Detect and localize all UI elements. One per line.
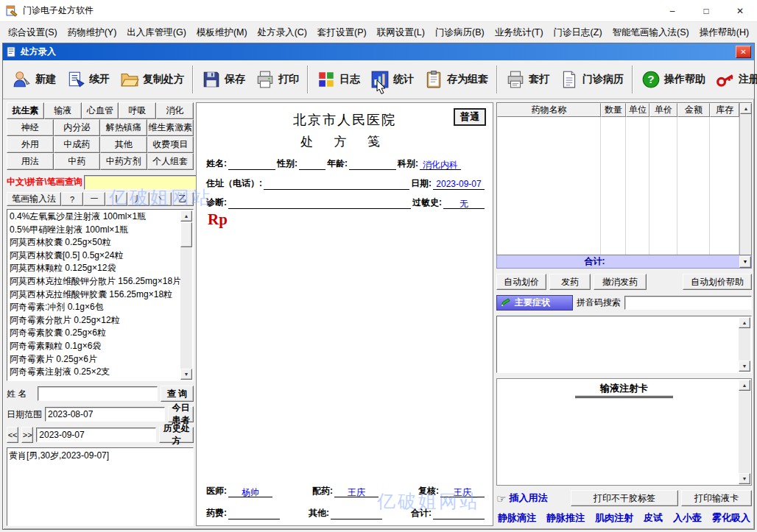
cat-nerve[interactable]: 神经	[7, 119, 54, 136]
stroke-key-button[interactable]: 乙	[172, 192, 194, 206]
scroll-up-icon[interactable]	[180, 210, 192, 221]
print-infusion-card-button[interactable]: 打印输液卡	[681, 490, 752, 506]
log-button[interactable]: 日志	[311, 66, 365, 93]
save-set-button[interactable]: 存为组套	[419, 66, 493, 93]
new-button[interactable]: 新建	[7, 66, 61, 93]
drug-list-item[interactable]: 阿莫西林克拉维酸钾胶囊 156.25mg×18粒	[8, 288, 180, 302]
save-button[interactable]: 保存	[197, 66, 250, 93]
auto-price-button[interactable]: 自动划价	[496, 274, 546, 290]
menu-item[interactable]: 业务统计(T)	[490, 24, 549, 42]
drug-list-item[interactable]: 0.4%左氧氟沙星注射液 100ml×1瓶	[8, 210, 180, 224]
menu-item[interactable]: 出入库管理(G)	[122, 24, 191, 42]
cat-personal-set[interactable]: 个人组套	[147, 153, 194, 170]
scroll-down-icon[interactable]	[739, 361, 750, 372]
usage-link[interactable]: 静脉滴注	[498, 511, 536, 525]
stroke-key-button[interactable]: 丶	[149, 192, 172, 206]
drug-list-item[interactable]: 阿奇霉素分散片 0.25g×12粒	[8, 314, 180, 327]
cat-chinese-patent[interactable]: 中成药	[54, 136, 101, 153]
rx-age-blank[interactable]	[349, 159, 396, 170]
cat-usage[interactable]: 用法	[7, 153, 54, 170]
stroke-input-button[interactable]: 笔画输入法	[7, 192, 61, 206]
drug-list-item[interactable]: 阿奇霉素颗粒 0.1g×6袋	[8, 340, 180, 353]
order-table-scrollbar[interactable]	[739, 103, 751, 255]
drug-list-item[interactable]: 阿奇霉素片 0.25g×6片	[8, 353, 180, 366]
patient-list-item[interactable]: 黄肖[男,30岁,2023-09-07]	[9, 450, 191, 462]
cat-external[interactable]: 外用	[7, 136, 54, 153]
copy-rx-button[interactable]: 复制处方	[115, 66, 189, 93]
stat-button[interactable]: 统计	[365, 66, 419, 93]
col-quantity[interactable]: 数量	[601, 103, 626, 117]
col-price[interactable]: 单价	[649, 103, 677, 117]
cat-antipyretic[interactable]: 解热镇痛	[100, 119, 147, 136]
date-from-input[interactable]	[45, 407, 165, 422]
rx-sex-blank[interactable]	[299, 159, 325, 170]
drug-list-item[interactable]: 阿奇霉素胶囊 0.25g×6粒	[8, 327, 180, 340]
menu-item[interactable]: 套打设置(P)	[312, 24, 372, 42]
patient-name-input[interactable]	[38, 386, 158, 401]
cat-endocrine[interactable]: 内分泌	[54, 119, 101, 136]
cat-chinese-herb[interactable]: 中药	[54, 153, 101, 170]
rx-dept-value[interactable]: 消化内科	[420, 159, 461, 170]
minimize-button[interactable]: –	[655, 0, 689, 22]
scroll-thumb[interactable]	[180, 222, 192, 247]
stroke-key-button[interactable]: 一	[83, 192, 105, 206]
stroke-key-button[interactable]: 丨	[105, 192, 127, 206]
close-button[interactable]: ✕	[723, 0, 757, 22]
col-drug-name[interactable]: 药物名称	[497, 103, 601, 117]
menu-item[interactable]: 智能笔画输入法(S)	[608, 24, 694, 42]
usage-link[interactable]: 肌肉注射	[595, 511, 633, 525]
history-rx-button[interactable]: 历史处方	[159, 427, 194, 443]
rx-name-blank[interactable]	[228, 159, 275, 170]
cat-charge-items[interactable]: 收费项目	[147, 136, 194, 153]
auto-price-help-button[interactable]: 自动划价帮助	[683, 274, 752, 290]
dispenser-value[interactable]: 王庆	[334, 486, 378, 497]
col-stock[interactable]: 库存	[710, 103, 739, 117]
usage-link[interactable]: 入小壶	[673, 511, 702, 525]
drug-list-scrollbar[interactable]	[180, 210, 192, 380]
menu-item[interactable]: 药物维护(Y)	[63, 24, 122, 42]
rx-allergy-value[interactable]: 无	[443, 198, 485, 209]
dispense-button[interactable]: 发药	[549, 274, 591, 290]
usage-link[interactable]: 静脉推注	[546, 511, 585, 525]
rx-date-value[interactable]: 2023-09-07	[433, 179, 485, 190]
menu-item[interactable]: 门诊日志(Z)	[549, 24, 608, 42]
scroll-up-icon[interactable]	[740, 103, 752, 114]
cat-herb-formula[interactable]: 中药方剂	[100, 153, 147, 170]
usage-link[interactable]: 雾化吸入	[712, 511, 750, 525]
drug-list-item[interactable]: 阿奇霉素:冲剂 0.1g×6包	[8, 301, 180, 314]
drug-list-item[interactable]: 阿莫西林克拉维酸钾分散片 156.25mg×18片	[8, 275, 180, 288]
scroll-up-icon[interactable]	[739, 317, 750, 328]
prev-button[interactable]: <<	[7, 427, 18, 443]
drug-list-item[interactable]: 0.5%甲硝唑注射液 100ml×1瓶	[8, 224, 180, 237]
drug-list-item[interactable]: 阿莫西林颗粒 0.125g×12袋	[8, 262, 180, 275]
cat-vitamin-hormone[interactable]: 维生素激素	[147, 119, 194, 136]
scroll-down-icon[interactable]	[180, 369, 192, 380]
date-to-input[interactable]	[36, 428, 156, 442]
next-button[interactable]: >>	[21, 427, 33, 443]
menu-item[interactable]: 综合设置(S)	[3, 24, 63, 42]
scroll-down-icon[interactable]	[739, 473, 750, 484]
help-button[interactable]: ? 操作帮助	[636, 66, 711, 93]
rx-diagnosis-blank[interactable]	[228, 198, 411, 209]
injection-card-scrollbar[interactable]	[739, 380, 750, 484]
scroll-up-icon[interactable]	[739, 380, 750, 391]
scroll-down-icon[interactable]	[739, 256, 751, 268]
cat-other[interactable]: 其他	[100, 136, 147, 153]
cat-respiratory[interactable]: 呼吸	[119, 102, 156, 119]
main-symptoms-button[interactable]: 主要症状	[496, 295, 573, 311]
print-sticker-button[interactable]: 打印不干胶标签	[571, 490, 678, 506]
usage-link[interactable]: 皮试	[644, 511, 663, 525]
stroke-key-button[interactable]: ?	[61, 192, 83, 206]
col-amount[interactable]: 金额	[677, 103, 710, 117]
menu-item[interactable]: 模板维护(M)	[191, 24, 253, 42]
medical-record-button[interactable]: 门诊病历	[554, 66, 629, 93]
query-button[interactable]: 查 询	[161, 386, 194, 402]
pinyin-search-input[interactable]	[624, 296, 752, 310]
continue-button[interactable]: 续开	[61, 66, 115, 93]
other-blank[interactable]	[331, 508, 382, 519]
undo-dispense-button[interactable]: 撤消发药	[594, 274, 647, 290]
print-button[interactable]: 打印	[250, 66, 304, 93]
col-unit[interactable]: 单位	[626, 103, 649, 117]
child-close-button[interactable]: ✕	[736, 46, 751, 58]
insert-usage-link[interactable]: 插入用法	[509, 492, 547, 505]
